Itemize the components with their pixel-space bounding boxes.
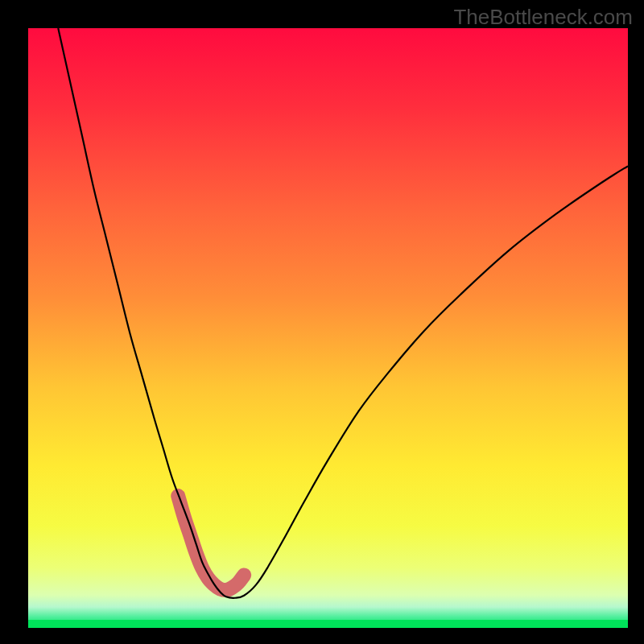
green-baseline-band <box>28 620 628 628</box>
watermark-text: TheBottleneck.com <box>453 5 633 30</box>
chart-plot-area <box>28 28 628 628</box>
chart-frame: TheBottleneck.com <box>0 0 644 644</box>
chart-svg <box>28 28 628 628</box>
gradient-background <box>28 28 628 628</box>
